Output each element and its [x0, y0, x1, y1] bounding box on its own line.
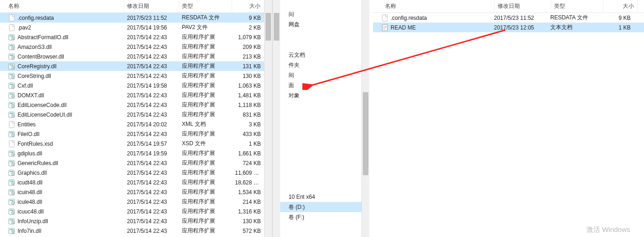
file-date-cell: 2017/5/23 11:52: [124, 14, 179, 22]
right-header-size[interactable]: 大小: [603, 0, 638, 12]
file-row[interactable]: .pav22017/5/14 19:56PAV2 文件2 KB: [0, 23, 272, 32]
tree-item[interactable]: 卷 (F:): [280, 212, 369, 222]
svg-point-59: [12, 183, 13, 184]
tree-item[interactable]: [280, 141, 369, 151]
svg-rect-69: [10, 210, 13, 211]
svg-point-42: [12, 135, 13, 136]
file-name-cell: InfoUnzip.dll: [0, 217, 124, 226]
file-name-cell: AmazonS3.dll: [0, 42, 124, 52]
file-date-cell: 2017/5/14 22:43: [124, 91, 179, 100]
svg-rect-35: [10, 113, 13, 114]
dll-icon: [8, 169, 16, 177]
file-row[interactable]: CoreRegistry.dll2017/5/14 22:43应用程序扩展131…: [0, 61, 272, 71]
file-name-cell: ContentBrowser.dll: [0, 52, 124, 61]
file-row[interactable]: AbstractFormatIO.dll2017/5/14 22:43应用程序扩…: [0, 32, 272, 42]
tree-item[interactable]: [280, 182, 369, 192]
file-row[interactable]: icuuc48.dll2017/5/14 22:43应用程序扩展1,316 KB: [0, 207, 272, 216]
file-date-cell: 2017/5/14 22:43: [124, 53, 179, 61]
tree-item[interactable]: 卷 (D:): [280, 202, 369, 212]
file-row[interactable]: EditLicenseCode.dll2017/5/14 22:43应用程序扩展…: [0, 100, 272, 110]
right-header-name[interactable]: 名称: [377, 0, 495, 12]
tree-item[interactable]: 网盘: [280, 19, 369, 30]
file-row[interactable]: AmazonS3.dll2017/5/14 22:43应用程序扩展209 KB: [0, 42, 272, 52]
dll-icon: [8, 43, 16, 51]
file-row[interactable]: Cxf.dll2017/5/14 19:58应用程序扩展1,063 KB: [0, 81, 272, 90]
file-row[interactable]: icuin48.dll2017/5/14 22:43应用程序扩展1,534 KB: [0, 187, 272, 197]
file-row[interactable]: gdiplus.dll2017/5/14 19:59应用程序扩展1,661 KB: [0, 148, 272, 158]
tree-item[interactable]: [280, 40, 369, 50]
file-type-cell: 应用程序扩展: [179, 207, 232, 216]
dll-icon: [8, 150, 16, 157]
tree-item[interactable]: [280, 101, 369, 111]
right-header-row: 名称 修改日期 类型 大小: [373, 0, 644, 13]
file-row[interactable]: Graphics.dll2017/5/14 22:43应用程序扩展11,609 …: [0, 168, 272, 178]
tree-item[interactable]: 云文档: [280, 50, 369, 60]
file-row[interactable]: FontRules.xsd2017/5/14 19:57XSD 文件1 KB: [0, 139, 272, 148]
file-row[interactable]: EditLicenseCodeUI.dll2017/5/14 22:43应用程序…: [0, 110, 272, 119]
file-date-cell: 2017/5/14 19:57: [124, 140, 179, 148]
tree-item[interactable]: [280, 121, 369, 131]
file-row[interactable]: DOMXT.dll2017/5/14 22:43应用程序扩展1,481 KB: [0, 90, 272, 100]
file-name-cell: Graphics.dll: [0, 168, 124, 178]
file-type-cell: 文本文档: [548, 23, 600, 32]
file-row[interactable]: GenericRules.dll2017/5/14 22:43应用程序扩展724…: [0, 158, 272, 168]
file-date-cell: 2017/5/14 22:43: [124, 33, 179, 41]
file-row[interactable]: CoreString.dll2017/5/14 22:43应用程序扩展130 K…: [0, 71, 272, 81]
file-name-label: EditLicenseCode.dll: [18, 102, 66, 108]
tree-item[interactable]: 面: [280, 80, 369, 90]
txt-icon: [381, 24, 389, 31]
file-date-cell: 2017/5/14 22:43: [124, 111, 179, 119]
file-row[interactable]: InfoUnzip.dll2017/5/14 22:43应用程序扩展130 KB: [0, 216, 272, 226]
file-size-cell: 130 KB: [232, 217, 268, 225]
tree-item[interactable]: 件夹: [280, 60, 369, 70]
file-name-label: icuuc48.dll: [18, 208, 44, 215]
file-type-cell: 应用程序扩展: [179, 100, 232, 110]
file-date-cell: 2017/5/23 11:52: [491, 14, 548, 22]
dll-icon: [8, 101, 16, 109]
tree-item[interactable]: [280, 151, 369, 161]
file-date-cell: 2017/5/23 12:05: [491, 24, 548, 32]
tree-item[interactable]: [280, 131, 369, 141]
file-name-label: .config.resdata: [391, 15, 427, 21]
file-row[interactable]: Info7in.dll2017/5/14 22:43应用程序扩展572 KB: [0, 226, 272, 236]
right-header-type[interactable]: 类型: [551, 0, 603, 12]
file-row[interactable]: ContentBrowser.dll2017/5/14 22:43应用程序扩展2…: [0, 52, 272, 61]
tree-item[interactable]: [280, 30, 369, 40]
file-row[interactable]: READ ME2017/5/23 12:05文本文档1 KB: [373, 23, 644, 32]
svg-rect-61: [10, 190, 13, 191]
file-name-label: Cxf.dll: [18, 83, 33, 89]
tree-item[interactable]: 问: [280, 9, 369, 19]
svg-point-37: [12, 115, 13, 116]
tree-item[interactable]: 对象: [280, 90, 369, 101]
tree-item[interactable]: [280, 161, 369, 172]
tree-item[interactable]: [280, 172, 369, 182]
file-name-cell: CoreString.dll: [0, 71, 124, 81]
file-name-label: EditLicenseCodeUI.dll: [18, 112, 72, 118]
file-row[interactable]: FileIO.dll2017/5/14 22:43应用程序扩展433 KB: [0, 129, 272, 139]
file-row[interactable]: .config.resdata2017/5/23 11:52RESDATA 文件…: [373, 13, 644, 23]
left-header-type[interactable]: 类型: [179, 0, 232, 12]
left-header-size[interactable]: 大小: [232, 0, 268, 12]
file-row[interactable]: icule48.dll2017/5/14 22:43应用程序扩展214 KB: [0, 197, 272, 207]
svg-point-21: [12, 77, 13, 77]
file-icon: [8, 14, 16, 22]
svg-rect-0: [9, 15, 14, 21]
left-scrollbar[interactable]: [264, 0, 272, 237]
tree-item[interactable]: 间: [280, 70, 369, 80]
middle-scrollbar-left[interactable]: [272, 0, 280, 237]
right-header-date[interactable]: 修改日期: [495, 0, 551, 12]
svg-point-63: [12, 193, 13, 194]
svg-point-33: [12, 106, 13, 107]
file-row[interactable]: .config.resdata2017/5/23 11:52RESDATA 文件…: [0, 13, 272, 23]
tree-item[interactable]: [280, 111, 369, 121]
file-name-cell: AbstractFormatIO.dll: [0, 33, 124, 42]
file-name-label: Entities: [18, 121, 36, 128]
middle-scrollbar-right[interactable]: [361, 0, 369, 237]
tree-item[interactable]: 10 Ent x64: [280, 192, 369, 202]
left-header-date[interactable]: 修改日期: [124, 0, 179, 12]
svg-rect-23: [10, 84, 13, 85]
file-row[interactable]: icudt48.dll2017/5/14 22:43应用程序扩展18,628 K…: [0, 178, 272, 187]
file-name-cell: .config.resdata: [373, 13, 491, 23]
left-header-name[interactable]: 名称: [0, 0, 124, 12]
file-row[interactable]: Entities2017/5/14 20:02XML 文档3 KB: [0, 119, 272, 129]
